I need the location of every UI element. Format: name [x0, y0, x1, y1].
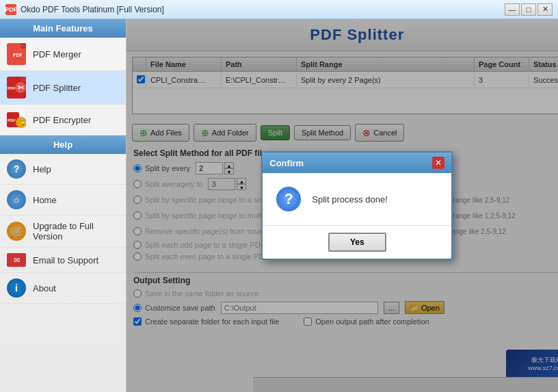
- email-icon: ✉: [7, 253, 26, 267]
- sidebar-item-label: PDF Merger: [33, 49, 81, 60]
- sidebar-item-upgrade[interactable]: 🛒 Upgrade to Full Version: [0, 215, 126, 248]
- svg-text:✂: ✂: [18, 83, 25, 92]
- sidebar-item-pdf-merger[interactable]: PDF PDF Merger: [0, 38, 126, 71]
- svg-text:PDF: PDF: [8, 118, 16, 122]
- sidebar-item-about[interactable]: i About: [0, 273, 126, 304]
- modal-question-icon: ?: [276, 187, 301, 211]
- sidebar: Main Features PDF PDF Merger PDF ✂ PDF S…: [0, 19, 127, 392]
- window-title: Okdo PDF Tools Platinum [Full Version]: [21, 5, 164, 14]
- pdf-encrypt-icon: PDF 🔒: [7, 110, 26, 129]
- content-area: PDF Splitter File Name Path Split Range …: [127, 19, 558, 392]
- help-circle-icon: ?: [7, 159, 26, 179]
- modal-yes-button[interactable]: Yes: [328, 233, 386, 252]
- modal-overlay: Confirm ✕ ? Split process done! Yes: [127, 19, 558, 392]
- sidebar-item-pdf-encrypter[interactable]: PDF 🔒 PDF Encrypter: [0, 105, 126, 135]
- sidebar-item-home[interactable]: ⌂ Home: [0, 185, 126, 215]
- sidebar-item-label: Email to Support: [33, 255, 98, 265]
- minimize-button[interactable]: —: [505, 3, 520, 16]
- pdf-split-icon: PDF ✂: [7, 77, 26, 99]
- close-button[interactable]: ✕: [537, 3, 553, 16]
- titlebar-buttons: — □ ✕: [505, 3, 553, 16]
- modal-footer: Yes: [263, 225, 451, 259]
- main-features-heading: Main Features: [0, 19, 126, 38]
- sidebar-item-pdf-splitter[interactable]: PDF ✂ PDF Splitter: [0, 71, 126, 105]
- svg-text:🔒: 🔒: [18, 118, 26, 127]
- maximize-button[interactable]: □: [521, 3, 536, 16]
- sidebar-item-label: PDF Splitter: [33, 83, 81, 93]
- pdf-merge-icon: PDF: [7, 43, 26, 65]
- sidebar-item-label: About: [33, 283, 56, 293]
- upgrade-icon: 🛒: [7, 222, 26, 241]
- titlebar: PDF Okdo PDF Tools Platinum [Full Versio…: [0, 0, 558, 19]
- main-layout: Main Features PDF PDF Merger PDF ✂ PDF S…: [0, 19, 558, 392]
- home-icon: ⌂: [7, 190, 26, 209]
- sidebar-item-label: PDF Encrypter: [33, 115, 91, 125]
- sidebar-item-help[interactable]: ? Help: [0, 154, 126, 185]
- sidebar-item-email-support[interactable]: ✉ Email to Support: [0, 248, 126, 273]
- sidebar-item-label: Help: [33, 164, 51, 174]
- svg-text:PDF: PDF: [13, 53, 22, 57]
- sidebar-item-label: Home: [33, 195, 57, 205]
- help-heading: Help: [0, 135, 126, 154]
- modal-body: ? Split process done!: [263, 173, 451, 225]
- confirm-dialog: Confirm ✕ ? Split process done! Yes: [261, 151, 453, 260]
- modal-close-button[interactable]: ✕: [432, 157, 444, 169]
- modal-header: Confirm ✕: [263, 153, 451, 173]
- modal-title: Confirm: [269, 158, 304, 168]
- sidebar-item-label: Upgrade to Full Version: [33, 221, 119, 241]
- titlebar-left: PDF Okdo PDF Tools Platinum [Full Versio…: [5, 4, 164, 15]
- svg-text:PDF: PDF: [8, 86, 16, 90]
- app-icon: PDF: [5, 4, 16, 15]
- modal-message: Split process done!: [312, 194, 388, 205]
- info-icon: i: [7, 278, 26, 298]
